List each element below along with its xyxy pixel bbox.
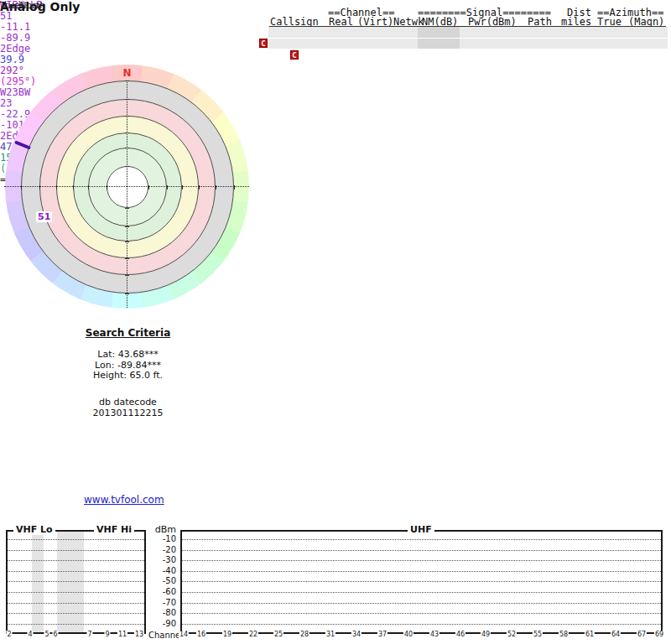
channel-tick: 2 [6, 631, 12, 639]
nm-cell-bg [418, 27, 460, 38]
true-north-label: TrueNorth [0, 0, 45, 11]
axis-tick [125, 226, 129, 227]
band-label-vhf-lo: VHF Lo [13, 524, 55, 535]
channel-tick: 19 [222, 631, 232, 639]
axis-tick [125, 258, 129, 259]
axis-tick [39, 185, 40, 190]
axis-tick [182, 185, 183, 190]
table-row-bg [268, 39, 668, 49]
channel-tick: 11 [117, 631, 127, 639]
axis-tick [125, 166, 129, 167]
tvfool-link[interactable]: www.tvfool.com [84, 494, 164, 506]
channel-tick: 14 [179, 631, 189, 639]
channel-tick: 31 [325, 631, 336, 639]
axis-tick [125, 148, 129, 148]
channel-tick: 16 [196, 631, 206, 639]
band-label-uhf: UHF [408, 524, 434, 535]
co-channel-marker-icon: C [259, 39, 268, 48]
axis-tick [125, 208, 129, 209]
axis-tick [73, 185, 74, 190]
channel-tick: 46 [455, 631, 466, 639]
channel-tick: 9 [104, 631, 110, 639]
channel-tick: 43 [429, 631, 440, 639]
channel-tick: 4 [27, 631, 33, 639]
channel-tick: 58 [559, 631, 569, 639]
radar-plot: N 51 [4, 65, 249, 309]
band-label-vhf-hi: VHF Hi [94, 524, 134, 535]
db-datecode: db datecode 201301112215 [46, 397, 210, 418]
channel-tick: 67 [637, 631, 647, 639]
axis-tick [125, 132, 129, 133]
channel-tick: 22 [248, 631, 258, 639]
tvfool-report: Analog Only TrueNorth N 51 ==Channel====… [0, 0, 671, 644]
channel-tick: 40 [403, 631, 414, 639]
criteria-title: Search Criteria [46, 327, 210, 339]
uhf-panel [180, 530, 663, 634]
db-datecode-label: db datecode [46, 397, 210, 408]
axis-tick [88, 185, 89, 190]
channel-tick: 69 [654, 631, 664, 639]
crosshair-vertical [127, 80, 127, 308]
vhf-panel [6, 530, 146, 634]
dbm-tick: -20 [163, 545, 176, 555]
axis-tick [21, 185, 22, 190]
dbm-tick: -30 [163, 555, 176, 565]
axis-tick [125, 275, 129, 276]
dbm-tick: -70 [163, 598, 176, 608]
axis-tick [199, 185, 200, 190]
criteria-height: Height: 65.0 ft. [46, 371, 210, 382]
channel-marker-label: 51 [36, 211, 52, 222]
axis-tick [167, 185, 168, 190]
channel-tick: 7 [86, 631, 92, 639]
axis-tick [148, 185, 149, 190]
dbm-tick: -90 [163, 619, 176, 629]
channel-tick: 25 [273, 631, 283, 639]
axis-tick [125, 80, 129, 81]
channel-tick: 64 [611, 631, 621, 639]
channel-tick: 37 [377, 631, 388, 639]
channel-tick: 49 [481, 631, 491, 639]
criteria-lat: Lat: 43.68*** [46, 350, 210, 361]
axis-tick [125, 293, 129, 294]
north-indicator: N [110, 67, 144, 79]
table-row-bg [268, 27, 668, 38]
dbm-tick: -80 [163, 608, 176, 618]
search-criteria: Search Criteria Lat: 43.68*** Lon: -89.8… [46, 327, 210, 382]
db-datecode-value: 201301112215 [46, 408, 210, 419]
axis-tick [234, 185, 235, 190]
channel-tick: 13 [134, 631, 144, 639]
dbm-tick: -10 [163, 534, 176, 544]
channel-tick: 55 [533, 631, 543, 639]
channel-tick: 52 [507, 631, 517, 639]
axis-tick [125, 242, 129, 242]
axis-tick [125, 99, 129, 100]
channel-tick: 5 [44, 631, 49, 639]
nm-cell-bg [418, 39, 460, 49]
axis-tick [216, 185, 216, 190]
channel-tick: 28 [299, 631, 309, 639]
channel-tick: 61 [585, 631, 595, 639]
dbm-tick: -50 [163, 576, 176, 586]
co-channel-legend-icon: C [290, 50, 299, 60]
dbm-tick: -40 [163, 566, 176, 576]
axis-tick [56, 185, 57, 190]
dbm-tick: -60 [163, 587, 176, 597]
axis-tick [107, 185, 107, 190]
channel-tick: 34 [351, 631, 362, 639]
axis-tick [125, 116, 129, 117]
channel-tick: 6 [52, 631, 58, 639]
